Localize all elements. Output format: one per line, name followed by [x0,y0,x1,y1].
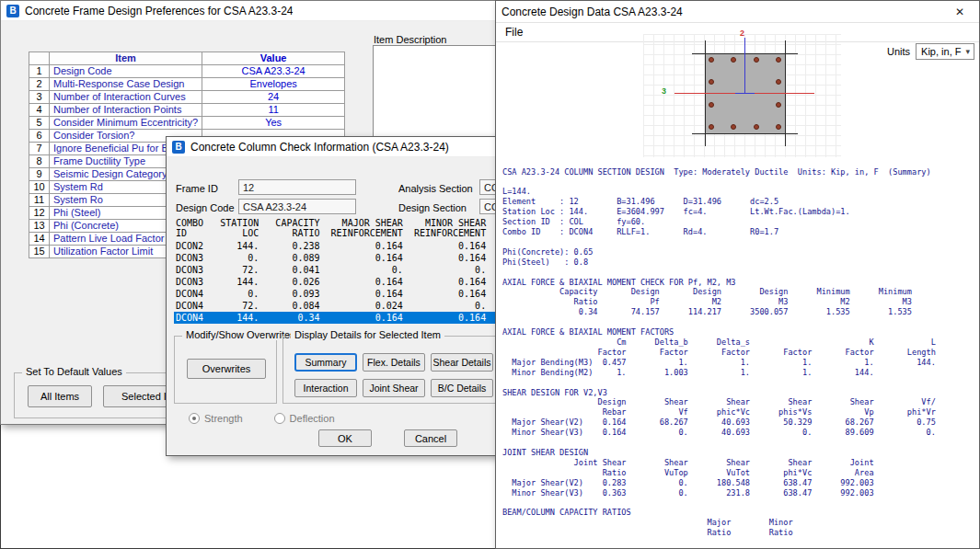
deflection-radio[interactable]: Deflection [274,413,335,424]
design-section-label: Design Section [398,202,467,213]
row-number-cell: 10 [29,181,50,194]
combo-row[interactable]: DCON3 0. 0.089 0.164 0.164 [174,252,535,264]
interaction-button[interactable]: Interaction [294,379,357,397]
frame-id-label: Frame ID [176,183,218,194]
rebar-dot-icon [776,124,781,130]
row-number-cell: 2 [29,78,50,91]
header-cell-value: Value [202,52,345,65]
preferences-titlebar[interactable]: B Concrete Frame Design Preferences for … [1,1,501,21]
radio-unselected-icon [274,413,285,424]
axis-3-label: 3 [662,86,666,96]
rebar-dot-icon [709,102,714,108]
overwrites-group-label: Modify/Show Overwrites [182,329,299,340]
close-icon[interactable]: ✕ [946,1,974,23]
design-code-field[interactable] [238,199,356,214]
combo-row[interactable]: DCON2 144. 0.238 0.164 0.164 [174,240,535,252]
b-c-details-button[interactable]: B/C Details [431,379,493,397]
row-number-cell: 8 [29,155,50,168]
units-label: Units [887,46,910,57]
row-number-cell: 15 [29,246,50,258]
analysis-section-label: Analysis Section [398,183,473,194]
summary-button[interactable]: Summary [294,353,357,372]
combo-list[interactable]: DCON2 144. 0.238 0.164 0.164DCON3 0. 0.0… [174,240,535,326]
table-row[interactable]: 5Consider Minimum Eccentricity?Yes [29,117,345,130]
rebar-dot-icon [709,124,714,130]
units-row: Units Kip, in, F ▾ [887,43,974,60]
all-items-button[interactable]: All Items [28,385,92,407]
item-cell: Number of Interaction Points [50,104,202,117]
rebar-dot-icon [709,57,714,63]
row-number-cell: 14 [29,233,50,246]
menu-file[interactable]: File [496,26,532,39]
combo-row[interactable]: DCON3 144. 0.026 0.164 0.164 [174,276,535,288]
header-cell-item: Item [50,52,202,65]
chevron-down-icon: ▾ [965,47,970,56]
column-section-view: 2 3 [643,34,841,157]
section-edge-line [692,133,798,134]
deflection-radio-label: Deflection [290,413,335,424]
overwrites-group: Modify/Show Overwrites Overwrites [174,336,277,404]
row-number-cell: 6 [29,130,50,143]
strength-radio[interactable]: Strength [189,413,243,424]
rebar-dot-icon [754,124,759,130]
value-cell: 24 [202,91,345,104]
column-check-title: Concrete Column Check Information (CSA A… [190,141,449,154]
combo-row[interactable]: DCON3 72. 0.041 0. 0. [174,264,535,276]
value-cell: Yes [202,117,345,130]
row-number-cell: 9 [29,168,50,181]
item-cell: Multi-Response Case Design [50,78,202,91]
design-data-title: Concrete Design Data CSA A23.3-24 [502,6,683,18]
value-cell: CSA A23.3-24 [202,65,345,78]
column-check-dialog: B Concrete Column Check Information (CSA… [166,136,541,456]
item-cell: Consider Minimum Eccentricity? [50,117,202,130]
value-cell: 11 [202,104,345,117]
table-row[interactable]: 1Design CodeCSA A23.3-24 [29,65,345,78]
set-defaults-label: Set To Default Values [22,366,126,377]
shear-details-button[interactable]: Shear Details [431,353,493,372]
row-number-cell: 3 [29,91,50,104]
axis-2-line [744,38,745,94]
cancel-button[interactable]: Cancel [404,429,457,447]
rebar-dot-icon [709,79,714,85]
preferences-window-title: Concrete Frame Design Preferences for CS… [25,5,293,17]
row-number-cell: 1 [29,65,50,78]
rebar-dot-icon [754,57,759,63]
row-number-cell: 5 [29,117,50,130]
radio-selected-icon [189,413,200,424]
header-cell-num [29,52,50,65]
design-data-window: Concrete Design Data CSA A23.3-24 ✕ File… [495,0,980,549]
row-number-cell: 7 [29,143,50,155]
rebar-dot-icon [776,79,781,85]
design-report: CSA A23.3-24 COLUMN SECTION DESIGN Type:… [502,167,976,537]
table-row[interactable]: 3Number of Interaction Curves24 [29,91,345,104]
units-dropdown[interactable]: Kip, in, F ▾ [916,43,974,60]
units-value: Kip, in, F [921,46,961,57]
ok-button[interactable]: OK [318,429,372,447]
rebar-dot-icon [776,102,781,108]
design-data-titlebar[interactable]: Concrete Design Data CSA A23.3-24 ✕ [496,1,979,23]
table-row[interactable]: 4Number of Interaction Points11 [29,104,345,117]
design-code-label: Design Code [176,202,235,213]
joint-shear-button[interactable]: Joint Shear [363,379,425,397]
value-cell: Envelopes [202,78,345,91]
item-cell: Number of Interaction Curves [50,91,202,104]
combo-row[interactable]: DCON4 144. 0.34 0.164 0.164 [174,312,535,324]
center-crosshair [735,93,755,94]
combo-table-header: COMBO STATION CAPACITY MAJOR SHEAR MINOR… [176,218,486,238]
combo-row[interactable]: DCON4 72. 0.084 0.024 0. [174,300,535,312]
flex-details-button[interactable]: Flex. Details [363,353,425,372]
rebar-dot-icon [731,124,736,130]
frame-id-field[interactable] [238,179,356,195]
item-description-label: Item Description [374,34,446,45]
axis-2-label: 2 [740,29,744,38]
item-cell: Design Code [50,65,202,78]
preferences-table-header-row: Item Value [29,52,345,65]
rebar-dot-icon [731,57,736,63]
combo-row[interactable]: DCON4 0. 0.093 0.164 0.164 [174,288,535,300]
table-row[interactable]: 2Multi-Response Case DesignEnvelopes [29,78,345,91]
overwrites-button[interactable]: Overwrites [187,359,266,379]
column-check-titlebar[interactable]: B Concrete Column Check Information (CSA… [167,137,540,157]
rebar-dot-icon [776,57,781,63]
row-number-cell: 4 [29,104,50,117]
strength-radio-label: Strength [204,413,243,424]
